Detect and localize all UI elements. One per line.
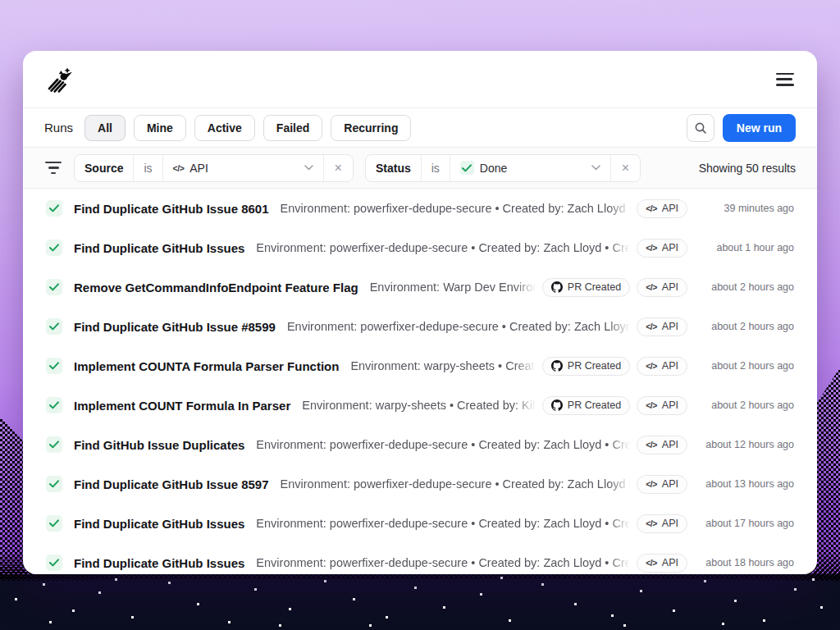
filter-field-label: Source xyxy=(75,155,134,181)
run-badges: </>API xyxy=(637,436,687,454)
check-icon xyxy=(49,362,59,370)
done-check-icon xyxy=(46,476,62,492)
code-icon: </> xyxy=(646,518,657,528)
run-meta: Environment: powerfixer-dedupe-secure • … xyxy=(256,438,630,451)
api-badge: </>API xyxy=(637,357,687,376)
run-meta: Environment: warpy-sheets • Created by: … xyxy=(350,359,535,372)
run-timestamp: about 18 hours ago xyxy=(697,557,794,568)
run-badges: </>API xyxy=(637,514,687,533)
active-filters: Sourceis</>API×StatusisDone× xyxy=(74,154,641,182)
run-title: Find Duplicate GitHub Issues xyxy=(74,517,244,531)
code-icon: </> xyxy=(646,322,657,331)
api-badge: </>API xyxy=(637,554,687,573)
pr-created-badge: PR Created xyxy=(542,357,630,376)
run-timestamp: about 12 hours ago xyxy=(697,439,794,450)
run-meta: Environment: powerfixer-dedupe-secure • … xyxy=(281,202,631,215)
check-icon xyxy=(49,441,59,449)
run-title: Find Duplicate GitHub Issue 8601 xyxy=(74,202,269,216)
star-dots-decoration xyxy=(0,573,2,576)
search-button[interactable] xyxy=(687,114,714,142)
check-icon xyxy=(49,244,59,252)
run-row[interactable]: Find Duplicate GitHub Issue 8601Environm… xyxy=(23,189,817,228)
run-meta: Environment: warpy-sheets • Created by: … xyxy=(302,399,536,412)
run-row[interactable]: Find GitHub Issue DuplicatesEnvironment:… xyxy=(23,425,817,464)
run-title: Find Duplicate GitHub Issues xyxy=(74,556,244,570)
tab-failed[interactable]: Failed xyxy=(263,115,322,141)
run-badges: </>API xyxy=(637,239,687,258)
run-title: Find Duplicate GitHub Issue 8597 xyxy=(74,477,269,491)
menu-icon[interactable] xyxy=(774,72,796,87)
pr-created-badge: PR Created xyxy=(542,396,630,415)
filter-bar: Sourceis</>API×StatusisDone× Showing 50 … xyxy=(23,148,817,189)
run-title: Find Duplicate GitHub Issue #8599 xyxy=(74,320,276,334)
run-timestamp: about 2 hours ago xyxy=(697,399,794,411)
check-icon xyxy=(49,283,59,291)
done-check-icon xyxy=(46,200,62,217)
warp-logo-icon xyxy=(44,66,72,94)
filter-value-dropdown[interactable]: Done xyxy=(450,155,611,181)
code-icon: </> xyxy=(173,163,185,173)
run-badges: </>API xyxy=(637,199,687,218)
run-row[interactable]: Find Duplicate GitHub Issue #8599Environ… xyxy=(23,307,817,346)
check-icon xyxy=(49,480,59,488)
github-icon xyxy=(551,281,563,293)
run-badges: </>API xyxy=(637,317,687,336)
done-check-icon xyxy=(460,161,474,175)
chevron-down-icon xyxy=(304,165,313,171)
run-title: Find Duplicate GitHub Issues xyxy=(74,241,244,255)
tab-mine[interactable]: Mine xyxy=(134,115,186,141)
done-check-icon xyxy=(46,515,62,532)
code-icon: </> xyxy=(646,361,657,371)
background-bottom-band xyxy=(0,574,840,630)
check-icon xyxy=(49,559,59,567)
check-icon xyxy=(462,164,472,172)
check-icon xyxy=(49,401,59,409)
check-icon xyxy=(49,519,59,527)
run-timestamp: about 1 hour ago xyxy=(697,242,794,253)
runs-toolbar: Runs AllMineActiveFailedRecurring New ru… xyxy=(23,108,817,148)
run-meta: Environment: powerfixer-dedupe-secure • … xyxy=(256,556,630,569)
check-icon xyxy=(49,204,59,212)
filter-icon[interactable] xyxy=(44,162,62,175)
run-timestamp: 39 minutes ago xyxy=(697,203,794,214)
api-badge: </>API xyxy=(637,278,687,297)
api-badge: </>API xyxy=(637,475,687,494)
run-row[interactable]: Remove GetCommandInfoEndpoint Feature Fl… xyxy=(23,267,817,307)
api-badge: </>API xyxy=(637,317,687,336)
run-meta: Environment: Warp Dev Environment • Crea… xyxy=(370,281,536,294)
run-row[interactable]: Find Duplicate GitHub IssuesEnvironment:… xyxy=(23,543,817,574)
filter-value-label: API xyxy=(189,162,208,175)
run-meta: Environment: powerfixer-dedupe-secure • … xyxy=(281,477,631,491)
remove-filter-button[interactable]: × xyxy=(324,155,353,181)
run-badges: </>API xyxy=(637,475,687,494)
code-icon: </> xyxy=(646,400,657,410)
run-row[interactable]: Find Duplicate GitHub IssuesEnvironment:… xyxy=(23,504,817,543)
github-icon xyxy=(551,399,563,411)
api-badge: </>API xyxy=(637,239,687,258)
run-timestamp: about 17 hours ago xyxy=(697,518,794,529)
code-icon: </> xyxy=(646,558,657,568)
remove-filter-button[interactable]: × xyxy=(611,155,640,181)
run-title: Implement COUNT Formula In Parser xyxy=(74,399,290,413)
run-row[interactable]: Find Duplicate GitHub IssuesEnvironment:… xyxy=(23,228,817,267)
tab-recurring[interactable]: Recurring xyxy=(331,115,411,141)
run-badges: </>API xyxy=(637,554,687,573)
filter-value-dropdown[interactable]: </>API xyxy=(163,155,324,181)
filter-operator: is xyxy=(134,155,162,181)
run-title: Implement COUNTA Formula Parser Function xyxy=(74,359,339,373)
search-icon xyxy=(694,121,707,135)
api-badge: </>API xyxy=(637,396,687,415)
done-check-icon xyxy=(46,318,62,335)
toolbar-actions: New run xyxy=(687,114,796,142)
run-row[interactable]: Find Duplicate GitHub Issue 8597Environm… xyxy=(23,464,817,504)
filter-value-label: Done xyxy=(480,162,507,175)
api-badge: </>API xyxy=(637,199,687,218)
tab-active[interactable]: Active xyxy=(194,115,255,141)
new-run-button[interactable]: New run xyxy=(723,114,796,142)
filter-field-label: Status xyxy=(366,155,422,181)
run-row[interactable]: Implement COUNT Formula In ParserEnviron… xyxy=(23,386,817,425)
tab-all[interactable]: All xyxy=(84,115,126,141)
done-check-icon xyxy=(46,436,62,453)
runs-label: Runs xyxy=(44,121,73,135)
run-row[interactable]: Implement COUNTA Formula Parser Function… xyxy=(23,346,817,386)
